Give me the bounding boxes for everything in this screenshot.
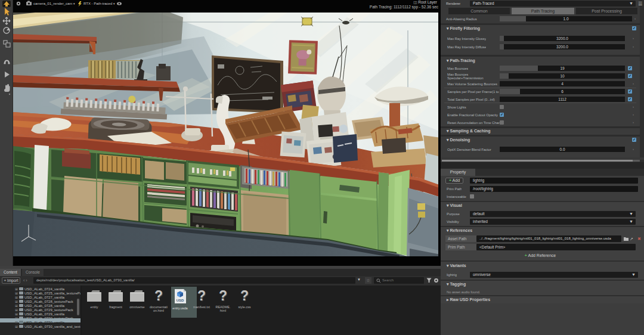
svg-text:USD: USD xyxy=(177,299,184,302)
